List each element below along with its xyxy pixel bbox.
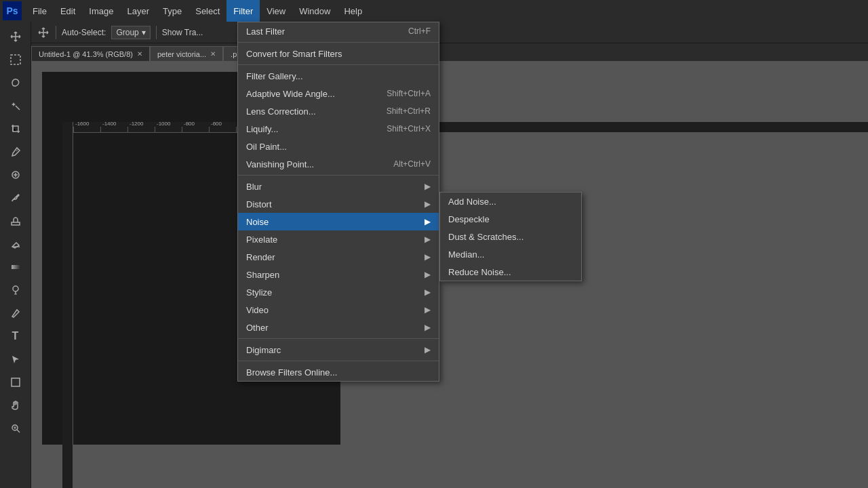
filter-pixelate[interactable]: Pixelate ▶ (238, 230, 439, 248)
filter-digimarc[interactable]: Digimarc ▶ (238, 341, 439, 359)
filter-blur-arrow: ▶ (425, 182, 431, 191)
tool-select-rect[interactable] (3, 49, 28, 70)
ruler-tick-1000: -1000 (155, 127, 182, 132)
ruler-vertical (62, 122, 73, 488)
menu-filter[interactable]: Filter (226, 0, 260, 22)
tab-untitled1[interactable]: Untitled-1 @ 41.3% (RGB/8) ✕ (31, 46, 150, 61)
tab-untitled1-label: Untitled-1 @ 41.3% (RGB/8) (39, 50, 133, 58)
filter-pixelate-label: Pixelate (246, 235, 277, 245)
menu-layer[interactable]: Layer (121, 0, 157, 22)
filter-divider2 (238, 64, 439, 65)
tool-lasso[interactable] (3, 72, 28, 94)
tool-path-select[interactable] (3, 348, 28, 370)
filter-divider3 (238, 175, 439, 176)
filter-noise[interactable]: Noise ▶ (238, 213, 439, 230)
noise-add[interactable]: Add Noise... (440, 192, 581, 210)
filter-distort-label: Distort (246, 199, 272, 209)
options-bar: Auto-Select: Group ▾ Show Tra... (31, 22, 868, 43)
tool-crop[interactable] (3, 118, 28, 140)
ruler-tick-1600: -1600 (73, 127, 100, 132)
filter-lens-shortcut: Shift+Ctrl+R (387, 106, 431, 116)
noise-despeckle-label: Despeckle (448, 214, 490, 224)
filter-last-filter-shortcut: Ctrl+F (408, 26, 431, 36)
auto-select-label: Auto-Select: (62, 28, 106, 37)
filter-stylize[interactable]: Stylize ▶ (238, 283, 439, 301)
filter-other[interactable]: Other ▶ (238, 319, 439, 336)
tool-hand[interactable] (3, 394, 28, 416)
filter-browse-label: Browse Filters Online... (246, 367, 337, 378)
svg-rect-10 (12, 265, 20, 269)
menu-view[interactable]: View (260, 0, 292, 22)
menu-file[interactable]: File (26, 0, 54, 22)
svg-line-4 (16, 149, 18, 151)
filter-pixelate-arrow: ▶ (425, 235, 431, 244)
tabs-bar: Untitled-1 @ 41.3% (RGB/8) ✕ peter victo… (31, 43, 868, 61)
tool-dodge[interactable] (3, 279, 28, 301)
tool-zoom[interactable] (3, 418, 28, 439)
tool-gradient[interactable] (3, 256, 28, 278)
filter-vanishing[interactable]: Vanishing Point... Alt+Ctrl+V (238, 155, 439, 173)
filter-lens-label: Lens Correction... (246, 106, 316, 117)
ruler-tick-600: -600 (209, 127, 236, 132)
divider-options1 (56, 26, 56, 39)
tool-shape[interactable] (3, 371, 28, 393)
filter-distort-arrow: ▶ (425, 199, 431, 209)
tab-peter[interactable]: peter victoria... ✕ (150, 46, 223, 61)
menu-window[interactable]: Window (292, 0, 337, 22)
filter-liquify-label: Liquify... (246, 124, 278, 134)
filter-gallery[interactable]: Filter Gallery... (238, 67, 439, 85)
group-value: Group (116, 28, 138, 37)
filter-adaptive-label: Adaptive Wide Angle... (246, 89, 335, 99)
tool-magic-wand[interactable] (3, 95, 28, 117)
filter-lens[interactable]: Lens Correction... Shift+Ctrl+R (238, 102, 439, 120)
noise-reduce-label: Reduce Noise... (448, 267, 511, 277)
tab-peter-label: peter victoria... (157, 50, 206, 58)
filter-render-label: Render (246, 252, 275, 262)
tool-eraser[interactable] (3, 233, 28, 255)
filter-vanishing-shortcut: Alt+Ctrl+V (393, 159, 431, 169)
tool-heal[interactable] (3, 164, 28, 186)
filter-digimarc-label: Digimarc (246, 345, 281, 355)
filter-liquify[interactable]: Liquify... Shift+Ctrl+X (238, 120, 439, 138)
noise-add-label: Add Noise... (448, 197, 496, 207)
filter-sharpen[interactable]: Sharpen ▶ (238, 266, 439, 283)
svg-rect-2 (11, 55, 20, 64)
noise-dust[interactable]: Dust & Scratches... (440, 228, 581, 245)
filter-divider5 (238, 361, 439, 361)
filter-convert-smart-label: Convert for Smart Filters (246, 49, 342, 59)
filter-video-arrow: ▶ (425, 305, 431, 314)
filter-stylize-label: Stylize (246, 287, 272, 298)
noise-median[interactable]: Median... (440, 245, 581, 263)
filter-distort[interactable]: Distort ▶ (238, 195, 439, 213)
tab-untitled1-close[interactable]: ✕ (137, 50, 142, 58)
menu-select[interactable]: Select (189, 0, 226, 22)
tool-text[interactable]: T (3, 325, 28, 347)
filter-noise-label: Noise (246, 217, 269, 227)
menu-edit[interactable]: Edit (54, 0, 82, 22)
filter-video[interactable]: Video ▶ (238, 301, 439, 319)
tool-brush[interactable] (3, 187, 28, 209)
tab-peter-close[interactable]: ✕ (210, 50, 216, 58)
noise-reduce[interactable]: Reduce Noise... (440, 263, 581, 281)
filter-blur[interactable]: Blur ▶ (238, 178, 439, 195)
group-dropdown[interactable]: Group ▾ (111, 26, 150, 39)
tool-eyedropper[interactable] (3, 141, 28, 163)
noise-despeckle[interactable]: Despeckle (440, 210, 581, 228)
filter-last-filter[interactable]: Last Filter Ctrl+F (238, 22, 439, 40)
show-transform-label: Show Tra... (162, 28, 203, 37)
filter-convert-smart[interactable]: Convert for Smart Filters (238, 45, 439, 62)
filter-oil-paint[interactable]: Oil Paint... (238, 138, 439, 155)
svg-line-17 (17, 430, 20, 432)
filter-browse[interactable]: Browse Filters Online... (238, 363, 439, 381)
filter-menu: Last Filter Ctrl+F Convert for Smart Fil… (237, 22, 439, 382)
menu-help[interactable]: Help (337, 0, 369, 22)
tool-pen[interactable] (3, 302, 28, 324)
filter-divider1 (238, 42, 439, 43)
menu-image[interactable]: Image (82, 0, 120, 22)
tool-move[interactable] (3, 26, 28, 47)
filter-adaptive[interactable]: Adaptive Wide Angle... Shift+Ctrl+A (238, 85, 439, 102)
menu-type[interactable]: Type (156, 0, 189, 22)
filter-gallery-label: Filter Gallery... (246, 71, 303, 81)
tool-stamp[interactable] (3, 210, 28, 232)
filter-render[interactable]: Render ▶ (238, 248, 439, 266)
